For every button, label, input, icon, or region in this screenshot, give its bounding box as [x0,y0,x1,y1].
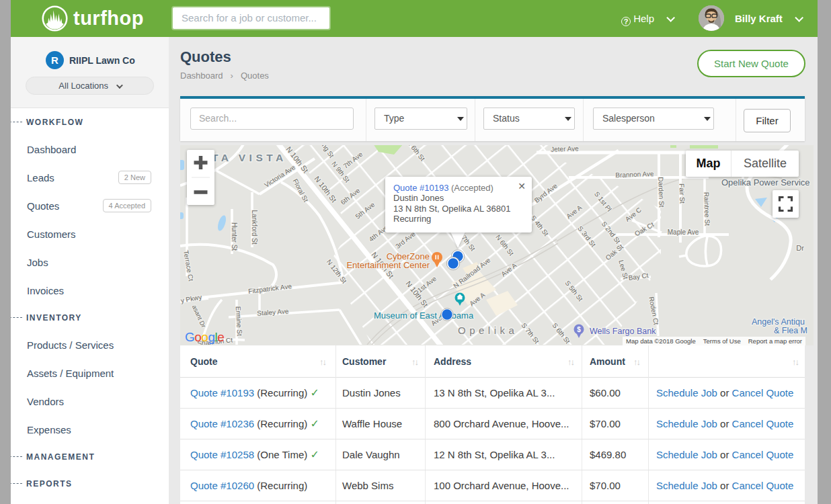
svg-text:& Flea M: & Flea M [774,326,807,335]
svg-text:Wells Fargo Bank: Wells Fargo Bank [590,327,656,336]
svg-text:Brannon Ave: Brannon Ave [615,170,654,179]
svg-text:TA VISTA: TA VISTA [212,152,287,163]
svg-text:Entertainment Center: Entertainment Center [346,260,430,270]
svg-text:Hunter St: Hunter St [231,222,238,251]
svg-text:$: $ [577,326,581,333]
svg-text:Lankford St: Lankford St [251,210,258,244]
svg-text:Angel's Antiqu: Angel's Antiqu [752,317,805,327]
svg-text:Ermine St: Ermine St [235,306,243,337]
svg-text:Dr: Dr [796,244,804,252]
svg-text:Fair St: Fair St [678,183,686,204]
svg-text:Raintree St: Raintree St [703,192,711,226]
svg-text:Opelika Power Service: Opelika Power Service [721,177,810,187]
svg-text:Darden St: Darden St [657,177,666,208]
svg-text:Maple Ave: Maple Ave [668,228,699,236]
svg-text:Opelika: Opelika [458,325,518,336]
svg-text:Jeter Ave: Jeter Ave [551,145,579,153]
svg-text:Museum of East Alabama: Museum of East Alabama [374,310,474,321]
